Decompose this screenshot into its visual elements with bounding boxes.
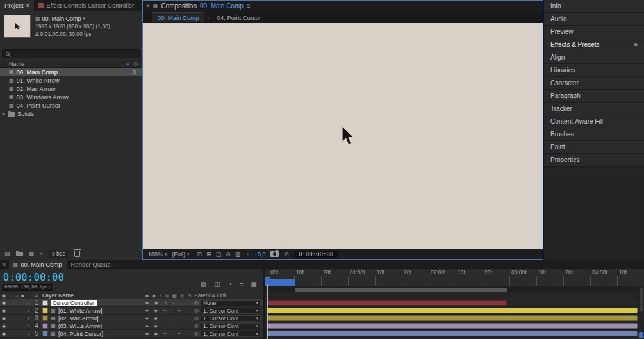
project-list-header[interactable]: Name ▲ ◇ [0,60,142,68]
layer-duration-bar[interactable] [267,308,638,313]
layer-duration-bar[interactable] [267,331,638,336]
close-icon[interactable]: × [0,261,9,268]
scrollbar-corner-nub[interactable] [639,332,643,338]
pickwhip-icon[interactable]: ◎ [194,331,199,336]
quality-icon[interactable]: ∖ [159,293,162,299]
visibility-toggle[interactable]: ◉ [0,301,8,306]
panel-menu-icon[interactable]: ≡ [26,2,30,9]
tab-scroll-left-icon[interactable]: ‹ [204,14,211,21]
project-item-mac-arrow[interactable]: ▦ 02. Mac Arrow [0,85,142,93]
visibility-toggle[interactable]: ◉ [0,316,8,321]
viewer-tab-point-cursor[interactable]: 04. Point Cursor [212,14,267,21]
snapshot-camera-icon[interactable] [270,251,279,257]
twirl-icon[interactable]: ▸ [3,111,5,117]
layer-row-point-cursor[interactable]: ◉ › 5 ▦ [04. Point Cursor] ♣◆── ◎ 1. Cur… [0,330,263,338]
layer-name-edit-field[interactable]: Cursor Controller [51,300,97,306]
layer-name[interactable]: [01. White Arrow] [57,308,143,314]
parent-dropdown[interactable]: 1. Cursor Cont ▾ [201,308,261,314]
layer-row-mac-arrow[interactable]: ◉ › 3 ▦ [02. Mac Arrow] ♣◆── ◎ 1. Cursor… [0,315,263,322]
work-area-strip[interactable] [265,286,644,292]
work-area-bar[interactable] [295,288,507,292]
project-settings-icon[interactable]: ≈ [40,251,43,257]
scrollbar-handle[interactable] [640,288,643,312]
comp-flowchart-icon[interactable]: ▦ [251,281,257,288]
exposure-value[interactable]: +0,0 [254,251,266,258]
close-icon[interactable]: × [146,3,150,10]
layer-name[interactable]: [04. Point Cursor] [57,331,143,337]
tab-effect-controls[interactable]: Effect Controls Cursor Controller [34,2,138,9]
panel-header-paint[interactable]: Paint [544,141,644,154]
playhead[interactable] [267,277,268,339]
fx-icon[interactable]: fx [165,293,169,299]
project-search-input[interactable] [2,49,140,58]
panel-header-properties[interactable]: Properties [544,154,644,167]
panel-menu-icon[interactable]: ≡ [247,3,251,10]
project-item-solids-folder[interactable]: ▸ Solids [0,110,142,118]
viewer-tab-main-comp[interactable]: 00. Main Comp [152,12,204,22]
twirl-icon[interactable]: › [26,330,32,337]
panel-header-brushes[interactable]: Brushes [544,128,644,141]
parent-dropdown[interactable]: None ▾ [201,300,261,306]
label-color-swatch[interactable] [42,323,48,329]
composition-panel-title[interactable]: Composition [161,3,197,10]
parent-dropdown[interactable]: 1. Cursor Cont ▾ [201,323,261,329]
toggle-switches-icon[interactable]: ▤ [201,281,206,288]
frame-blend-icon[interactable]: ◫ [215,281,220,288]
visibility-toggle[interactable]: ◉ [0,331,8,336]
solo-icon[interactable]: ○ [14,293,20,299]
panel-header-align[interactable]: Align [544,51,644,64]
layer-duration-bar[interactable] [267,315,638,321]
grid-guides-icon[interactable]: ⊡ [197,251,202,258]
panel-header-preview[interactable]: Preview [544,26,644,38]
twirl-icon[interactable]: › [26,315,32,322]
twirl-icon[interactable]: › [26,307,32,314]
new-composition-icon[interactable]: ▦ [29,251,35,257]
project-item-point-cursor[interactable]: ▦ 04. Point Cursor [0,101,142,110]
frame-counter[interactable]: 00000 (30,00 fps) [2,284,53,291]
audio-icon[interactable]: ♫ [8,293,14,299]
project-item-windows-arrow[interactable]: ▦ 03. Windows Arrow [0,93,142,101]
parent-dropdown[interactable]: 1. Cursor Cont ▾ [201,331,261,337]
lock-icon[interactable]: ■ [20,293,26,299]
graph-editor-icon[interactable]: ≈ [240,281,244,288]
bit-depth-button[interactable]: 8 bpc [49,250,69,258]
motion-blur-icon[interactable]: ◔ [228,281,232,288]
visibility-toggle[interactable]: ◉ [0,324,8,329]
tab-overflow-icon[interactable]: » [138,2,142,9]
current-timecode[interactable]: 0:00:00:00 [3,272,64,283]
parent-dropdown[interactable]: 1. Cursor Cont ▾ [201,315,261,322]
label-color-swatch[interactable] [42,315,48,321]
tab-project[interactable]: Project ≡ [0,0,34,11]
layer-duration-bar[interactable] [267,323,638,329]
transparency-grid-icon[interactable]: ▨ [235,251,241,258]
composition-panel-comp-name[interactable]: 00. Main Comp [200,3,244,10]
tab-timeline-main-comp[interactable]: ▦ 00. Main Comp [9,260,67,269]
pickwhip-icon[interactable]: ◎ [194,315,199,321]
layer-name[interactable]: [02. Mac Arrow] [57,315,143,322]
eye-icon[interactable]: ◉ [0,293,8,299]
toggle-viewers-icon[interactable]: ⊘ [226,251,231,258]
visibility-toggle[interactable]: ◉ [0,308,8,313]
twirl-icon[interactable]: › [26,322,32,329]
interpret-footage-icon[interactable]: ▤ [4,251,10,257]
frame-blend-icon[interactable]: ▦ [172,293,177,299]
chevron-down-icon[interactable]: ▾ [83,15,86,22]
panel-menu-icon[interactable]: ≡ [634,41,638,48]
shy-icon[interactable]: ♣ [145,293,149,299]
resolution-dropdown[interactable]: (Full) ▾ [172,251,190,258]
show-snapshot-icon[interactable]: ⊘ [284,251,289,258]
label-color-swatch[interactable] [42,331,48,336]
label-color-swatch[interactable] [42,308,48,313]
timeline-vertical-scrollbar[interactable] [638,286,644,339]
pickwhip-icon[interactable]: ◎ [194,308,199,313]
pickwhip-icon[interactable]: ◎ [194,300,199,306]
layer-name[interactable]: [03. Wi...s Arrow] [57,323,143,329]
layer-row-cursor-controller[interactable]: ◉ › 1 Cursor Controller ♣◆∖/ ◎ None ▾ [0,299,263,307]
panel-header-audio[interactable]: Audio [544,13,644,26]
project-item-white-arrow[interactable]: ▦ 01. White Arrow [0,76,142,85]
region-of-interest-icon[interactable]: ◫ [216,251,222,258]
viewer-timecode[interactable]: 0:00:00:00 [294,251,338,258]
mask-visibility-icon[interactable]: ⊞ [206,251,211,258]
panel-header-libraries[interactable]: Libraries [544,64,644,77]
panel-header-info[interactable]: Info [544,0,644,13]
